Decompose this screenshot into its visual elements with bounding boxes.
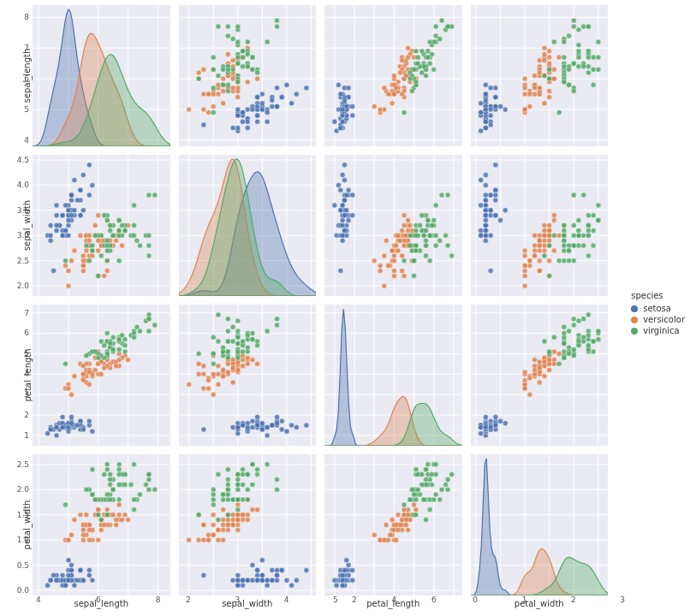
svg-point-1584 — [86, 537, 92, 542]
svg-point-1465 — [571, 353, 576, 358]
svg-point-1750 — [220, 507, 225, 512]
svg-point-442 — [526, 104, 532, 109]
svg-point-1652 — [110, 487, 116, 492]
svg-point-933 — [541, 233, 546, 238]
svg-point-960 — [586, 253, 591, 258]
svg-point-724 — [350, 192, 355, 198]
svg-point-1231 — [230, 380, 235, 385]
svg-point-1967 — [421, 497, 426, 502]
svg-point-1937 — [437, 497, 443, 502]
svg-point-1199 — [288, 423, 294, 428]
svg-point-979 — [561, 228, 566, 233]
svg-point-384 — [488, 107, 493, 112]
svg-point-742 — [391, 273, 396, 278]
scatter-panel-petal_width-vs-sepal_width — [179, 454, 317, 595]
svg-point-139 — [215, 24, 220, 29]
svg-point-1473 — [551, 335, 556, 340]
svg-point-1948 — [449, 472, 455, 477]
svg-point-168 — [235, 61, 240, 66]
svg-point-289 — [402, 110, 407, 116]
svg-point-761 — [385, 264, 390, 269]
svg-point-1773 — [211, 502, 216, 507]
svg-point-850 — [483, 238, 488, 243]
svg-point-264 — [385, 92, 390, 97]
svg-point-1286 — [196, 351, 201, 356]
svg-point-889 — [483, 223, 488, 228]
svg-point-541 — [80, 208, 86, 213]
svg-point-508 — [54, 228, 59, 233]
svg-point-1026 — [54, 433, 59, 438]
svg-point-1299 — [225, 339, 230, 344]
svg-point-230 — [340, 119, 345, 124]
svg-point-1647 — [90, 492, 95, 497]
svg-point-1554 — [66, 578, 71, 583]
svg-point-419 — [541, 58, 546, 63]
svg-point-721 — [338, 269, 343, 274]
svg-point-857 — [492, 163, 497, 168]
xlabel-sepal-width: sepal_width — [179, 599, 317, 614]
svg-point-901 — [541, 248, 546, 253]
svg-point-64 — [259, 107, 265, 112]
svg-point-826 — [412, 258, 417, 264]
svg-point-1791 — [249, 482, 254, 487]
svg-point-623 — [146, 253, 152, 258]
svg-point-1790 — [220, 497, 225, 502]
svg-point-70 — [249, 107, 254, 112]
svg-point-779 — [394, 243, 399, 248]
svg-point-547 — [48, 223, 53, 228]
svg-point-905 — [541, 238, 546, 243]
svg-point-1212 — [235, 425, 240, 430]
svg-point-1698 — [254, 568, 259, 573]
svg-point-1963 — [413, 512, 419, 518]
svg-point-902 — [522, 283, 527, 288]
svg-point-1190 — [249, 418, 254, 424]
svg-point-1595 — [80, 527, 86, 532]
svg-point-1680 — [235, 583, 240, 588]
svg-point-375 — [492, 95, 497, 100]
svg-point-891 — [483, 218, 488, 223]
xlabel-sepal-length: sepal_length — [33, 599, 170, 614]
svg-point-614 — [132, 203, 137, 208]
svg-point-1204 — [265, 425, 270, 430]
svg-point-1478 — [541, 339, 546, 344]
svg-point-1923 — [378, 537, 383, 542]
svg-point-973 — [571, 192, 576, 198]
svg-point-1605 — [104, 462, 110, 467]
legend-label: virginica — [643, 326, 680, 335]
svg-point-1740 — [225, 527, 230, 532]
svg-point-1764 — [230, 523, 235, 528]
svg-point-117 — [230, 86, 235, 91]
svg-point-1097 — [66, 386, 71, 391]
svg-point-1925 — [396, 527, 401, 532]
svg-point-121 — [249, 67, 254, 72]
svg-point-62 — [200, 122, 205, 127]
svg-point-425 — [522, 92, 527, 97]
svg-point-785 — [443, 233, 449, 238]
svg-point-573 — [102, 273, 107, 278]
svg-point-144 — [220, 67, 225, 72]
svg-point-1104 — [104, 331, 110, 336]
svg-point-161 — [240, 55, 245, 60]
svg-point-1717 — [245, 518, 250, 523]
svg-point-1622 — [146, 477, 152, 483]
svg-point-1425 — [522, 378, 527, 383]
svg-point-280 — [397, 70, 402, 75]
svg-point-1891 — [396, 512, 401, 518]
svg-point-622 — [146, 192, 152, 198]
svg-point-1368 — [483, 415, 488, 420]
svg-point-529 — [60, 213, 65, 218]
svg-point-548 — [66, 208, 71, 213]
svg-point-878 — [483, 208, 488, 213]
svg-point-530 — [66, 233, 71, 238]
svg-point-80 — [220, 101, 225, 106]
svg-point-1387 — [503, 421, 508, 426]
legend-item-virginica: virginica — [631, 326, 685, 335]
svg-point-1083 — [86, 382, 92, 387]
svg-point-787 — [437, 238, 443, 243]
svg-point-886 — [492, 192, 497, 198]
svg-point-140 — [196, 76, 201, 81]
svg-point-1474 — [566, 329, 571, 334]
svg-point-201 — [346, 86, 351, 91]
svg-point-282 — [394, 86, 399, 91]
svg-point-778 — [372, 258, 377, 264]
